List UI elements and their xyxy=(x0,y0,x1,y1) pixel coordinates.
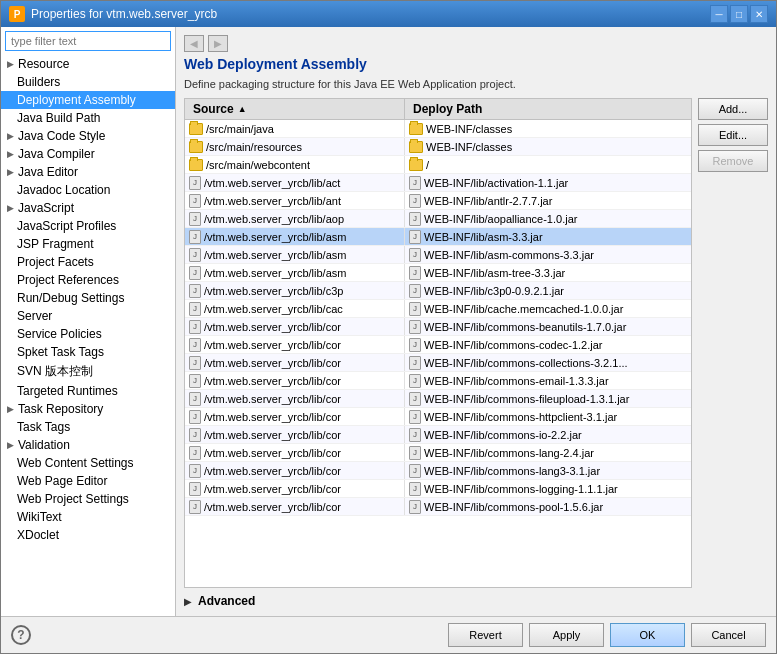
table-row[interactable]: J/vtm.web.server_yrcb/lib/asmJWEB-INF/li… xyxy=(185,246,691,264)
advanced-section[interactable]: ▶ Advanced xyxy=(184,594,768,608)
edit-button[interactable]: Edit... xyxy=(698,124,768,146)
table-row[interactable]: J/vtm.web.server_yrcb/lib/cacJWEB-INF/li… xyxy=(185,300,691,318)
sidebar-item-label: Targeted Runtimes xyxy=(17,384,118,398)
deploy-cell: WEB-INF/classes xyxy=(405,138,691,155)
source-cell: /src/main/webcontent xyxy=(185,156,405,173)
sidebar-item-project-facets[interactable]: Project Facets xyxy=(1,253,175,271)
ok-button[interactable]: OK xyxy=(610,623,685,647)
sidebar-item-svn-版本控制[interactable]: SVN 版本控制 xyxy=(1,361,175,382)
sidebar-item-label: Project Facets xyxy=(17,255,94,269)
help-button[interactable]: ? xyxy=(11,625,31,645)
table-row[interactable]: J/vtm.web.server_yrcb/lib/corJWEB-INF/li… xyxy=(185,318,691,336)
table-row[interactable]: J/vtm.web.server_yrcb/lib/corJWEB-INF/li… xyxy=(185,372,691,390)
table-row[interactable]: J/vtm.web.server_yrcb/lib/actJWEB-INF/li… xyxy=(185,174,691,192)
sidebar-item-project-references[interactable]: Project References xyxy=(1,271,175,289)
table-row[interactable]: J/vtm.web.server_yrcb/lib/antJWEB-INF/li… xyxy=(185,192,691,210)
sidebar-item-javascript-profiles[interactable]: JavaScript Profiles xyxy=(1,217,175,235)
deploy-path: WEB-INF/lib/commons-logging-1.1.1.jar xyxy=(424,483,618,495)
sidebar-item-java-compiler[interactable]: ▶Java Compiler xyxy=(1,145,175,163)
deploy-cell: JWEB-INF/lib/asm-3.3.jar xyxy=(405,228,691,245)
source-path: /vtm.web.server_yrcb/lib/asm xyxy=(204,267,346,279)
window-icon: P xyxy=(9,6,25,22)
sidebar-item-builders[interactable]: Builders xyxy=(1,73,175,91)
sidebar-item-task-tags[interactable]: Task Tags xyxy=(1,418,175,436)
source-path: /vtm.web.server_yrcb/lib/cor xyxy=(204,357,341,369)
minimize-button[interactable]: ─ xyxy=(710,5,728,23)
folder-icon xyxy=(189,141,203,153)
table-row[interactable]: J/vtm.web.server_yrcb/lib/aopJWEB-INF/li… xyxy=(185,210,691,228)
table-row[interactable]: J/vtm.web.server_yrcb/lib/corJWEB-INF/li… xyxy=(185,354,691,372)
deploy-cell: JWEB-INF/lib/commons-io-2.2.jar xyxy=(405,426,691,443)
table-row[interactable]: J/vtm.web.server_yrcb/lib/c3pJWEB-INF/li… xyxy=(185,282,691,300)
sidebar-item-label: Java Editor xyxy=(18,165,78,179)
apply-button[interactable]: Apply xyxy=(529,623,604,647)
sidebar-item-validation[interactable]: ▶Validation xyxy=(1,436,175,454)
table-row[interactable]: J/vtm.web.server_yrcb/lib/corJWEB-INF/li… xyxy=(185,498,691,516)
sidebar-item-label: Web Project Settings xyxy=(17,492,129,506)
sidebar-item-java-code-style[interactable]: ▶Java Code Style xyxy=(1,127,175,145)
jar-icon: J xyxy=(409,500,421,514)
table-row[interactable]: /src/main/javaWEB-INF/classes xyxy=(185,120,691,138)
sidebar-item-label: Task Repository xyxy=(18,402,103,416)
sidebar-item-web-project-settings[interactable]: Web Project Settings xyxy=(1,490,175,508)
jar-icon: J xyxy=(409,410,421,424)
deploy-cell: JWEB-INF/lib/commons-beanutils-1.7.0.jar xyxy=(405,318,691,335)
maximize-button[interactable]: □ xyxy=(730,5,748,23)
source-path: /src/main/resources xyxy=(206,141,302,153)
table-body[interactable]: /src/main/javaWEB-INF/classes/src/main/r… xyxy=(185,120,691,587)
sidebar-item-task-repository[interactable]: ▶Task Repository xyxy=(1,400,175,418)
back-button[interactable]: ◀ xyxy=(184,35,204,52)
jar-icon: J xyxy=(189,500,201,514)
table-row[interactable]: J/vtm.web.server_yrcb/lib/asmJWEB-INF/li… xyxy=(185,228,691,246)
table-row[interactable]: J/vtm.web.server_yrcb/lib/corJWEB-INF/li… xyxy=(185,390,691,408)
action-buttons: Add... Edit... Remove xyxy=(698,98,768,588)
sidebar-item-xdoclet[interactable]: XDoclet xyxy=(1,526,175,544)
close-button[interactable]: ✕ xyxy=(750,5,768,23)
table-row[interactable]: J/vtm.web.server_yrcb/lib/corJWEB-INF/li… xyxy=(185,426,691,444)
expand-arrow-icon: ▶ xyxy=(7,167,14,177)
table-row[interactable]: J/vtm.web.server_yrcb/lib/corJWEB-INF/li… xyxy=(185,462,691,480)
jar-icon: J xyxy=(189,410,201,424)
revert-button[interactable]: Revert xyxy=(448,623,523,647)
cancel-button[interactable]: Cancel xyxy=(691,623,766,647)
main-panel: ◀ ▶ Web Deployment Assembly Define packa… xyxy=(176,27,776,616)
forward-button[interactable]: ▶ xyxy=(208,35,228,52)
deploy-cell: JWEB-INF/lib/commons-lang3-3.1.jar xyxy=(405,462,691,479)
sidebar-item-javadoc-location[interactable]: Javadoc Location xyxy=(1,181,175,199)
sidebar-item-run/debug-settings[interactable]: Run/Debug Settings xyxy=(1,289,175,307)
sidebar-item-jsp-fragment[interactable]: JSP Fragment xyxy=(1,235,175,253)
deploy-cell: JWEB-INF/lib/cache.memcached-1.0.0.jar xyxy=(405,300,691,317)
sidebar-item-label: Java Build Path xyxy=(17,111,100,125)
table-row[interactable]: J/vtm.web.server_yrcb/lib/corJWEB-INF/li… xyxy=(185,336,691,354)
table-row[interactable]: /src/main/resourcesWEB-INF/classes xyxy=(185,138,691,156)
add-button[interactable]: Add... xyxy=(698,98,768,120)
filter-input[interactable] xyxy=(5,31,171,51)
jar-icon: J xyxy=(189,320,201,334)
table-row[interactable]: /src/main/webcontent/ xyxy=(185,156,691,174)
source-cell: J/vtm.web.server_yrcb/lib/cor xyxy=(185,408,405,425)
sidebar-item-server[interactable]: Server xyxy=(1,307,175,325)
sidebar-item-web-page-editor[interactable]: Web Page Editor xyxy=(1,472,175,490)
sidebar-item-spket-task-tags[interactable]: Spket Task Tags xyxy=(1,343,175,361)
expand-arrow-icon: ▶ xyxy=(7,59,14,69)
sidebar-item-resource[interactable]: ▶Resource xyxy=(1,55,175,73)
deploy-cell: JWEB-INF/lib/commons-email-1.3.3.jar xyxy=(405,372,691,389)
sidebar-item-wikitext[interactable]: WikiText xyxy=(1,508,175,526)
table-row[interactable]: J/vtm.web.server_yrcb/lib/asmJWEB-INF/li… xyxy=(185,264,691,282)
table-row[interactable]: J/vtm.web.server_yrcb/lib/corJWEB-INF/li… xyxy=(185,408,691,426)
sidebar-item-javascript[interactable]: ▶JavaScript xyxy=(1,199,175,217)
deploy-cell: JWEB-INF/lib/aopalliance-1.0.jar xyxy=(405,210,691,227)
sidebar-item-java-editor[interactable]: ▶Java Editor xyxy=(1,163,175,181)
sidebar-item-service-policies[interactable]: Service Policies xyxy=(1,325,175,343)
deploy-cell: JWEB-INF/lib/c3p0-0.9.2.1.jar xyxy=(405,282,691,299)
sidebar-item-label: Web Content Settings xyxy=(17,456,134,470)
table-row[interactable]: J/vtm.web.server_yrcb/lib/corJWEB-INF/li… xyxy=(185,444,691,462)
table-row[interactable]: J/vtm.web.server_yrcb/lib/corJWEB-INF/li… xyxy=(185,480,691,498)
remove-button[interactable]: Remove xyxy=(698,150,768,172)
sidebar-item-targeted-runtimes[interactable]: Targeted Runtimes xyxy=(1,382,175,400)
jar-icon: J xyxy=(189,392,201,406)
sidebar-item-web-content-settings[interactable]: Web Content Settings xyxy=(1,454,175,472)
sidebar-item-deployment-assembly[interactable]: Deployment Assembly xyxy=(1,91,175,109)
sidebar-item-java-build-path[interactable]: Java Build Path xyxy=(1,109,175,127)
folder-icon xyxy=(409,141,423,153)
